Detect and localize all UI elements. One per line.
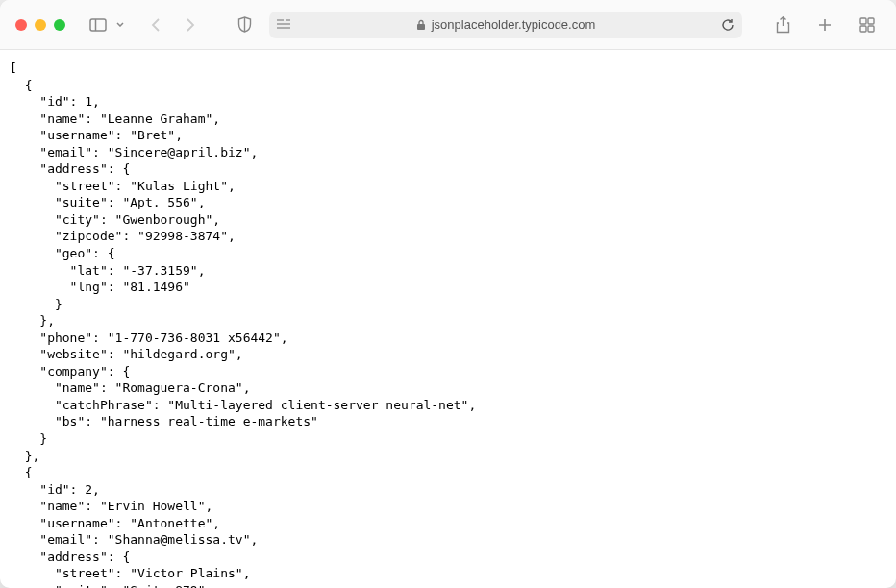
maximize-window-button[interactable] xyxy=(54,19,65,31)
minimize-window-button[interactable] xyxy=(35,19,46,31)
tab-overview-button[interactable] xyxy=(854,12,881,38)
privacy-report-button[interactable] xyxy=(231,12,258,38)
close-window-button[interactable] xyxy=(15,19,27,31)
svg-rect-6 xyxy=(417,24,425,30)
toolbar: jsonplaceholder.typicode.com xyxy=(0,0,896,50)
sidebar-toggle-button[interactable] xyxy=(85,12,112,38)
svg-rect-0 xyxy=(90,19,106,31)
window-controls xyxy=(15,19,65,31)
json-response-body[interactable]: [ { "id": 1, "name": "Leanne Graham", "u… xyxy=(0,50,896,588)
svg-rect-10 xyxy=(868,18,874,24)
browser-window: jsonplaceholder.typicode.com xyxy=(0,0,896,588)
forward-button[interactable] xyxy=(177,12,204,38)
back-button[interactable] xyxy=(142,12,169,38)
svg-rect-9 xyxy=(860,18,866,24)
new-tab-button[interactable] xyxy=(811,12,838,38)
address-bar[interactable]: jsonplaceholder.typicode.com xyxy=(269,12,742,38)
share-button[interactable] xyxy=(769,12,796,38)
reload-button[interactable] xyxy=(721,18,734,32)
url-text: jsonplaceholder.typicode.com xyxy=(432,17,596,32)
sidebar-dropdown-icon[interactable] xyxy=(113,12,127,38)
lock-icon xyxy=(416,19,426,31)
svg-rect-11 xyxy=(860,26,866,32)
reader-mode-icon[interactable] xyxy=(277,19,290,31)
svg-rect-12 xyxy=(868,26,874,32)
